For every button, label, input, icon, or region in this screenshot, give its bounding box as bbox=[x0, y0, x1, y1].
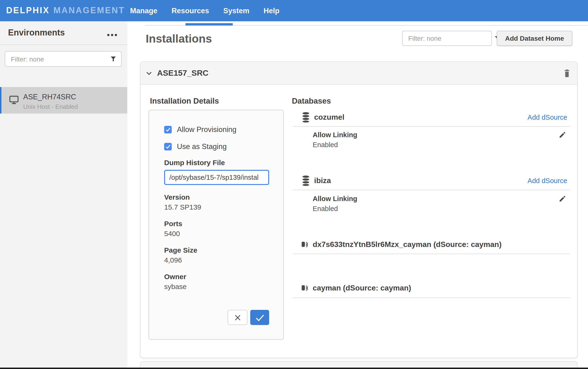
app-header: DELPHIX MANAGEMENT Manage Resources Syst… bbox=[0, 0, 588, 21]
divider bbox=[293, 254, 570, 254]
sidebar-item-environment[interactable]: ASE_RH74SRC Unix Host - Enabled bbox=[0, 87, 127, 113]
page-title: Installations bbox=[146, 32, 212, 45]
sidebar-filter bbox=[5, 51, 122, 67]
environment-status: Unix Host - Enabled bbox=[23, 103, 78, 110]
filter-funnel-icon[interactable] bbox=[110, 55, 117, 62]
brand-primary: DELPHIX bbox=[6, 6, 50, 16]
environment-name: ASE_RH74SRC bbox=[23, 93, 76, 101]
database-row: ibiza Add dSource bbox=[302, 174, 567, 187]
divider bbox=[293, 297, 570, 298]
brand-secondary: MANAGEMENT bbox=[53, 6, 125, 16]
screenshot-viewport: DELPHIX MANAGEMENT Manage Resources Syst… bbox=[0, 0, 588, 369]
close-x-icon bbox=[233, 313, 242, 321]
installation-details-panel: Allow Provisioning Use as Staging Dump H… bbox=[149, 110, 284, 340]
installation-title: ASE157_SRC bbox=[157, 68, 208, 78]
dsource-name: cayman (dSource: cayman) bbox=[313, 284, 411, 292]
allow-linking-property: Allow Linking Enabled bbox=[313, 130, 357, 150]
checkbox-checked-icon[interactable] bbox=[164, 143, 172, 150]
environments-sidebar: Environments ASE_RH74SRC Unix Host - Ena… bbox=[0, 21, 127, 369]
nav-item-help[interactable]: Help bbox=[264, 6, 279, 15]
top-navigation: Manage Resources System Help bbox=[130, 0, 279, 21]
database-icon bbox=[302, 112, 310, 123]
more-horizontal-icon[interactable] bbox=[106, 30, 118, 39]
cancel-button[interactable] bbox=[228, 310, 247, 325]
database-row: cozumel Add dSource bbox=[302, 111, 567, 124]
nav-item-system[interactable]: System bbox=[223, 6, 249, 15]
field-label: Ports bbox=[164, 219, 182, 228]
add-dataset-home-button[interactable]: Add Dataset Home bbox=[497, 31, 572, 46]
add-dsource-link[interactable]: Add dSource bbox=[527, 113, 567, 121]
ports-field: Ports 5400 bbox=[164, 219, 182, 238]
property-label: Allow Linking bbox=[313, 130, 357, 140]
field-value: sybase bbox=[164, 282, 187, 291]
use-as-staging-checkbox-row[interactable]: Use as Staging bbox=[164, 142, 227, 151]
database-name: ibiza bbox=[314, 176, 331, 185]
field-value: 4,096 bbox=[164, 256, 197, 265]
edit-pencil-icon[interactable] bbox=[559, 195, 566, 203]
installations-filter-input[interactable] bbox=[403, 35, 494, 42]
trash-icon[interactable] bbox=[563, 69, 571, 78]
tabstrip-active-indicator bbox=[185, 23, 233, 26]
checkbox-label: Use as Staging bbox=[177, 142, 227, 151]
dsource-icon bbox=[301, 284, 309, 292]
chevron-down-icon[interactable] bbox=[145, 69, 153, 77]
database-name: cozumel bbox=[314, 113, 344, 122]
allow-provisioning-checkbox-row[interactable]: Allow Provisioning bbox=[164, 125, 236, 134]
installations-filter bbox=[402, 31, 492, 46]
check-icon bbox=[255, 314, 264, 321]
divider bbox=[293, 190, 570, 190]
confirm-button[interactable] bbox=[250, 310, 269, 325]
installation-card: ASE157_SRC Installation Details Database… bbox=[140, 62, 578, 358]
dsource-icon bbox=[301, 241, 309, 249]
page-size-field: Page Size 4,096 bbox=[164, 246, 197, 265]
details-heading: Installation Details bbox=[150, 96, 219, 106]
edit-pencil-icon[interactable] bbox=[559, 131, 566, 139]
property-value: Enabled bbox=[313, 204, 357, 213]
checkbox-checked-icon[interactable] bbox=[164, 126, 172, 133]
dump-history-file-label: Dump History File bbox=[164, 158, 225, 166]
background-window-edge bbox=[0, 368, 588, 369]
field-label: Version bbox=[164, 193, 201, 202]
nav-item-manage[interactable]: Manage bbox=[130, 6, 157, 15]
databases-heading: Databases bbox=[292, 96, 331, 106]
sidebar-header: Environments bbox=[0, 21, 127, 45]
dsource-name: dx7s633tnzYtnB5lr6Mzx_cayman (dSource: c… bbox=[313, 240, 502, 249]
nav-item-resources[interactable]: Resources bbox=[172, 6, 209, 15]
checkbox-label: Allow Provisioning bbox=[177, 125, 236, 134]
dsource-row: cayman (dSource: cayman) bbox=[301, 281, 411, 295]
field-value: 5400 bbox=[164, 229, 182, 238]
owner-field: Owner sybase bbox=[164, 272, 187, 291]
sidebar-filter-input[interactable] bbox=[5, 55, 110, 63]
add-dsource-link[interactable]: Add dSource bbox=[527, 177, 567, 184]
allow-linking-property: Allow Linking Enabled bbox=[313, 194, 357, 213]
app-logo: DELPHIX MANAGEMENT bbox=[6, 0, 125, 21]
field-value: 15.7 SP139 bbox=[164, 203, 201, 211]
dsource-row: dx7s633tnzYtnB5lr6Mzx_cayman (dSource: c… bbox=[301, 238, 502, 251]
version-field: Version 15.7 SP139 bbox=[164, 193, 201, 211]
database-icon bbox=[302, 175, 310, 186]
field-label: Page Size bbox=[164, 246, 197, 255]
property-value: Enabled bbox=[313, 140, 357, 150]
sidebar-title: Environments bbox=[8, 28, 65, 38]
field-label: Owner bbox=[164, 272, 187, 281]
app-window: DELPHIX MANAGEMENT Manage Resources Syst… bbox=[0, 0, 588, 369]
property-label: Allow Linking bbox=[313, 194, 357, 204]
installation-card-header[interactable]: ASE157_SRC bbox=[141, 62, 577, 85]
host-icon bbox=[9, 95, 19, 105]
divider bbox=[293, 126, 570, 127]
dump-history-file-input[interactable] bbox=[164, 170, 269, 185]
